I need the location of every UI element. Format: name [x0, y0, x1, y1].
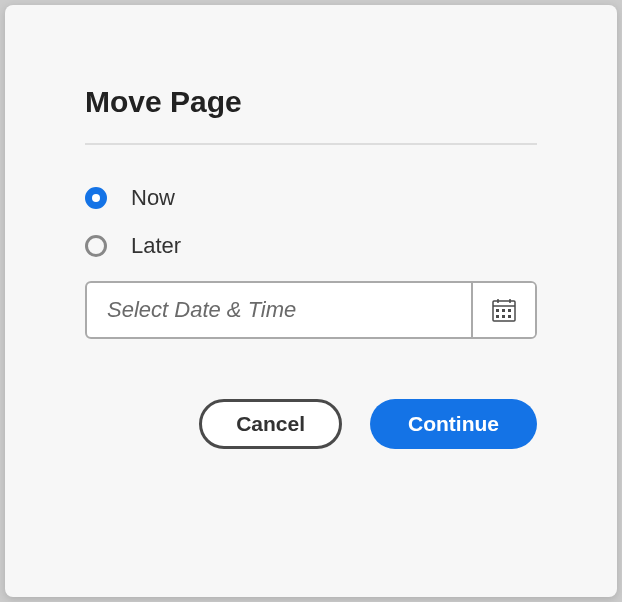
svg-rect-7 [496, 315, 499, 318]
radio-dot-icon [92, 194, 100, 202]
svg-rect-9 [508, 315, 511, 318]
radio-option-later[interactable]: Later [85, 233, 537, 259]
date-time-field [85, 281, 537, 339]
radio-option-now[interactable]: Now [85, 185, 537, 211]
svg-rect-6 [508, 309, 511, 312]
dialog-title: Move Page [85, 85, 537, 119]
radio-label-now: Now [131, 185, 175, 211]
move-page-dialog: Move Page Now Later [5, 5, 617, 597]
svg-rect-5 [502, 309, 505, 312]
calendar-icon [491, 297, 517, 323]
continue-button[interactable]: Continue [370, 399, 537, 449]
calendar-picker-button[interactable] [471, 283, 535, 337]
radio-icon [85, 235, 107, 257]
radio-icon [85, 187, 107, 209]
divider [85, 143, 537, 145]
dialog-actions: Cancel Continue [85, 399, 537, 449]
schedule-radio-group: Now Later [85, 185, 537, 339]
radio-label-later: Later [131, 233, 181, 259]
svg-rect-4 [496, 309, 499, 312]
svg-rect-8 [502, 315, 505, 318]
date-time-input[interactable] [87, 283, 471, 337]
cancel-button[interactable]: Cancel [199, 399, 342, 449]
